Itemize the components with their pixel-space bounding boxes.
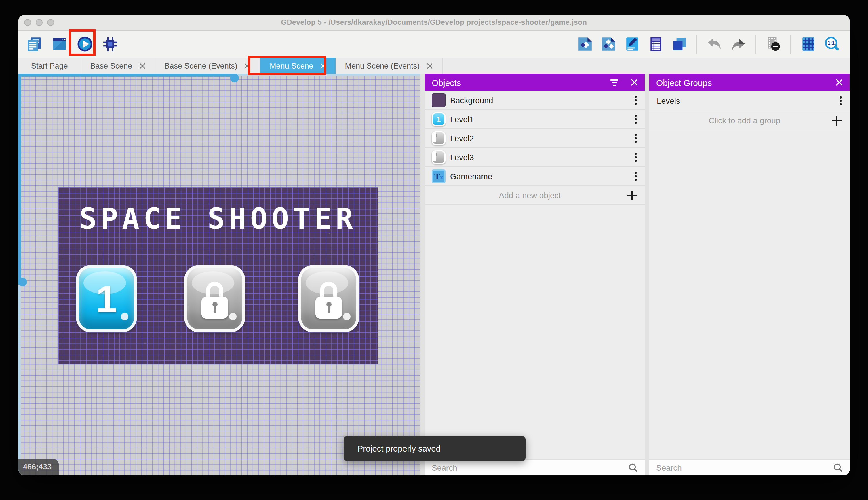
- object-menu-icon[interactable]: [633, 94, 638, 107]
- instances-list-panel-icon[interactable]: [647, 35, 664, 53]
- vertical-scrollbar[interactable]: [19, 74, 21, 285]
- toolbar-separator: [790, 34, 791, 54]
- tab-label: Menu Scene: [270, 61, 314, 70]
- object-menu-icon[interactable]: [633, 151, 638, 164]
- add-group-label: Click to add a group: [657, 116, 832, 125]
- objects-panel-empty-space: [425, 205, 645, 459]
- group-name: Levels: [657, 96, 680, 105]
- horizontal-scrollbar-thumb[interactable]: [230, 74, 239, 82]
- object-row-level1[interactable]: 1 Level1: [425, 110, 645, 129]
- tab-menu-scene-events[interactable]: Menu Scene (Events): [336, 58, 443, 74]
- scene-title-sprite[interactable]: SPACE SHOOTER: [58, 202, 378, 236]
- add-object-label: Add a new object: [433, 191, 627, 200]
- play-icon[interactable]: [76, 35, 93, 53]
- object-menu-icon[interactable]: [633, 113, 638, 126]
- object-row-background[interactable]: Background: [425, 91, 645, 110]
- objects-search-input[interactable]: [432, 463, 624, 472]
- object-groups-panel-empty-space: [649, 130, 849, 459]
- add-group-row[interactable]: Click to add a group: [649, 111, 849, 130]
- gamename-thumbnail: Tx: [432, 169, 446, 183]
- level1-button-sprite[interactable]: 1: [76, 265, 137, 332]
- lock-icon: [315, 282, 342, 319]
- toggle-instances-mask-icon[interactable]: [764, 35, 782, 53]
- add-object-row[interactable]: Add a new object: [425, 186, 645, 205]
- undo-icon[interactable]: [706, 35, 723, 53]
- layers-panel-icon[interactable]: [671, 35, 688, 53]
- debug-icon[interactable]: [101, 35, 119, 53]
- background-thumbnail: [432, 93, 446, 107]
- close-tab-icon[interactable]: [139, 62, 145, 69]
- gdevelop-window: GDevelop 5 - /Users/dkarakay/Documents/G…: [19, 15, 849, 475]
- project-manager-icon[interactable]: [25, 35, 43, 53]
- object-name: Level2: [450, 134, 474, 143]
- tab-label: Start Page: [31, 61, 68, 70]
- tab-base-scene-events[interactable]: Base Scene (Events): [155, 58, 260, 74]
- object-row-level2[interactable]: Level2: [425, 129, 645, 148]
- search-icon[interactable]: [833, 463, 843, 472]
- object-menu-icon[interactable]: [633, 170, 638, 183]
- toast-message: Project properly saved: [357, 444, 441, 453]
- cursor-coordinates: 466;433: [19, 459, 59, 475]
- object-name: Level3: [450, 153, 474, 162]
- toolbar-left-group: [25, 35, 119, 53]
- scene-canvas[interactable]: SPACE SHOOTER 1 466;433: [19, 74, 420, 475]
- screenshot-stage: GDevelop 5 - /Users/dkarakay/Documents/G…: [0, 0, 868, 500]
- content-area: SPACE SHOOTER 1 466;433: [19, 74, 849, 475]
- horizontal-scrollbar[interactable]: [19, 74, 237, 77]
- toolbar-right-group: 1:1: [576, 31, 840, 58]
- redo-icon[interactable]: [729, 35, 747, 53]
- toolbar-separator: [696, 34, 697, 54]
- search-icon[interactable]: [629, 463, 638, 472]
- object-groups-panel-title: Object Groups: [656, 78, 712, 87]
- lock-icon: [201, 282, 228, 319]
- toggle-grid-icon[interactable]: [799, 35, 817, 53]
- level3-locked-button-sprite[interactable]: [298, 265, 359, 332]
- vertical-scrollbar-thumb[interactable]: [19, 278, 27, 286]
- star-specks: [58, 187, 59, 189]
- object-row-gamename[interactable]: Tx Gamename: [425, 167, 645, 186]
- object-groups-search-input[interactable]: [656, 463, 829, 472]
- close-tab-icon[interactable]: [426, 62, 433, 69]
- object-groups-panel-header: Object Groups: [649, 74, 849, 91]
- object-name: Background: [450, 95, 493, 105]
- filter-icon[interactable]: [610, 79, 618, 86]
- tab-label: Base Scene (Events): [164, 61, 237, 70]
- tab-base-scene[interactable]: Base Scene: [81, 58, 155, 74]
- objects-panel: Objects Background 1 Level1 L: [425, 74, 645, 475]
- group-row-levels[interactable]: Levels: [649, 91, 849, 111]
- panel-divider[interactable]: [645, 74, 649, 475]
- close-tab-icon[interactable]: [244, 62, 251, 69]
- objects-panel-title: Objects: [432, 78, 461, 87]
- properties-panel-icon[interactable]: [623, 35, 641, 53]
- object-groups-panel-icon[interactable]: [600, 35, 617, 53]
- level2-locked-button-sprite[interactable]: [184, 265, 245, 332]
- plus-icon[interactable]: [832, 115, 842, 125]
- level2-thumbnail: [432, 131, 446, 145]
- tab-start-page[interactable]: Start Page: [19, 58, 81, 74]
- close-tab-icon[interactable]: [320, 62, 327, 69]
- object-name: Gamename: [450, 172, 492, 181]
- object-groups-search-row: [649, 459, 849, 475]
- object-name: Level1: [450, 115, 474, 124]
- window-title: GDevelop 5 - /Users/dkarakay/Documents/G…: [19, 19, 849, 26]
- objects-panel-icon[interactable]: [576, 35, 594, 53]
- plus-icon[interactable]: [627, 190, 637, 200]
- tab-label: Menu Scene (Events): [345, 61, 420, 70]
- level1-thumbnail: 1: [432, 112, 446, 126]
- close-object-groups-panel-icon[interactable]: [836, 79, 843, 86]
- tab-menu-scene[interactable]: Menu Scene: [260, 58, 336, 74]
- scene-editor-icon[interactable]: [51, 35, 68, 53]
- scene-viewport[interactable]: SPACE SHOOTER 1: [58, 187, 378, 364]
- zoom-original-icon[interactable]: 1:1: [823, 35, 840, 53]
- save-toast: Project properly saved: [344, 436, 526, 461]
- close-objects-panel-icon[interactable]: [631, 79, 638, 86]
- group-menu-icon[interactable]: [838, 94, 843, 108]
- zoom-icon-label: 1:1: [828, 40, 834, 46]
- object-menu-icon[interactable]: [633, 132, 638, 145]
- panel-divider[interactable]: [420, 74, 425, 475]
- objects-panel-header: Objects: [425, 74, 645, 91]
- object-row-level3[interactable]: Level3: [425, 148, 645, 167]
- tabbar: Start Page Base Scene Base Scene (Events…: [19, 58, 849, 74]
- toolbar-separator: [755, 34, 756, 54]
- objects-search-row: [425, 459, 645, 475]
